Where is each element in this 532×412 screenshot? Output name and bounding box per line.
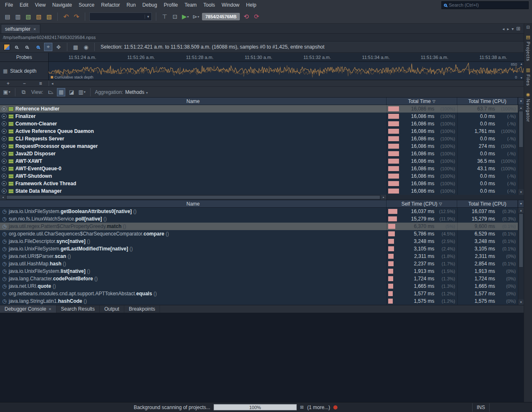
thread-row[interactable]: ▸ Java2D Disposer 16,086 ms (100%) xyxy=(0,150,518,157)
search-input[interactable]: Search (Ctrl+I) xyxy=(441,1,529,9)
scroll-up-icon[interactable]: ▲ xyxy=(518,105,524,110)
expand-icon[interactable]: ▸ xyxy=(2,114,7,119)
expand-icon[interactable]: ▸ xyxy=(2,159,7,164)
thread-row[interactable]: ▸ AWT-XAWT 16,086 ms (100%) xyxy=(0,157,518,165)
timeline-view-icon[interactable]: 📉︎ xyxy=(47,88,55,96)
column-options-icon[interactable]: ▥▾ xyxy=(78,88,86,96)
dock-window-icon[interactable]: ⊟ xyxy=(526,25,530,29)
pan-timeline-icon[interactable]: ✥ xyxy=(54,43,63,51)
thread-row[interactable]: ▸ AWT-EventQueue-0 16,086 ms (100%) xyxy=(0,165,518,172)
new-project-icon[interactable]: ▥ xyxy=(14,12,22,21)
zoom-in-icon[interactable]: + xyxy=(23,43,32,51)
menu-item[interactable]: Edit xyxy=(16,1,32,9)
menu-item[interactable]: Navigate xyxy=(49,1,75,9)
column-header-self-time[interactable]: Self Time (CPU)▽ xyxy=(387,200,457,207)
thread-row[interactable]: ▸ RequestProcessor queue manager 16,086 … xyxy=(0,142,518,150)
scroll-thumb[interactable] xyxy=(519,213,523,267)
sidebar-item[interactable]: ▥ Files xyxy=(526,67,531,86)
probe-row-stack-depth[interactable]: ▦ Stack depth xyxy=(0,62,48,80)
menu-item[interactable]: View xyxy=(32,1,49,9)
method-row[interactable]: ◷ java.io.FileDescriptor.sync[native] ()… xyxy=(0,238,518,245)
zoom-out-icon[interactable]: − xyxy=(13,43,21,51)
menu-item[interactable]: Debug xyxy=(139,1,160,9)
menu-item[interactable]: Tools xyxy=(200,1,218,9)
save-all-icon[interactable]: ▧ xyxy=(34,12,43,21)
menu-item[interactable]: Help xyxy=(243,1,260,9)
tab-selfsampler[interactable]: selfsampler × xyxy=(1,24,40,33)
expand-icon[interactable]: ▸ xyxy=(2,151,7,156)
undo-button[interactable]: ↶ xyxy=(62,12,70,21)
select-interval-icon[interactable]: ⌖ xyxy=(44,43,52,51)
redo-button[interactable]: ↷ xyxy=(72,12,81,21)
column-selector-icon[interactable]: ▾ xyxy=(518,98,524,105)
column-header-total-time[interactable]: Total Time▽ xyxy=(387,98,457,105)
column-selector-icon[interactable]: ▾ xyxy=(518,200,524,208)
configuration-select[interactable]: ▾ xyxy=(89,12,152,21)
gc-icon[interactable]: ⟲ xyxy=(242,12,250,21)
select-view-icon[interactable]: ◪ xyxy=(67,88,76,96)
method-row[interactable]: ◷ sun.nio.fs.LinuxWatchService.poll[nati… xyxy=(0,215,518,223)
export-snapshot-icon[interactable] xyxy=(2,43,11,51)
threads-horizontal-scrollbar[interactable]: ◂ ▸ xyxy=(0,195,524,200)
stack-depth-graph[interactable]: Cumulative stack depth 850 0 ▲ ▼ xyxy=(49,62,524,80)
wall-clock-icon[interactable]: ◉ xyxy=(82,43,90,51)
thread-row[interactable]: ▸ AWT-Shutdown 16,086 ms (100%) xyxy=(0,172,518,180)
hotspots-vertical-scrollbar[interactable]: ▾ ▲ ▼ xyxy=(518,200,524,305)
method-row[interactable]: ◷ java.net.URI.quote () 1,665 ms (1.3%) … xyxy=(0,282,518,290)
expand-icon[interactable]: ▸ xyxy=(2,106,7,111)
menu-item[interactable]: File xyxy=(2,1,16,9)
sidebar-item[interactable]: ◉ Navigator xyxy=(526,92,531,122)
sidebar-item[interactable]: ▤ Projects xyxy=(526,34,531,61)
column-header-name[interactable]: Name xyxy=(0,98,387,105)
threads-vertical-scrollbar[interactable]: ▾ ▲ ▼ xyxy=(518,98,524,195)
expand-icon[interactable]: ▸ xyxy=(2,121,7,126)
scroll-left-icon[interactable]: ◂ xyxy=(0,195,6,200)
profiler-gc-icon[interactable]: ⟳ xyxy=(252,12,261,21)
expand-icon[interactable]: ▸ xyxy=(2,181,7,186)
thread-row[interactable]: ▸ Reference Handler 16,086 ms (100%) xyxy=(0,105,518,113)
cancel-process-icon[interactable]: ⊠ xyxy=(300,405,304,410)
memory-indicator[interactable]: 7854/24576MB xyxy=(202,13,240,20)
add-probe-icon[interactable]: + xyxy=(4,81,12,86)
profiler-status-icon[interactable] xyxy=(333,405,337,410)
new-file-icon[interactable]: ▤ xyxy=(3,12,12,21)
zoom-fit-icon[interactable] xyxy=(34,43,42,51)
expand-icon[interactable]: ▸ xyxy=(2,144,7,149)
tab-scroll-right-icon[interactable]: ▸ xyxy=(507,27,509,31)
tab-scroll-left-icon[interactable]: ◂ xyxy=(502,27,505,31)
thread-row[interactable]: ▸ State Data Manager 16,086 ms (100%) xyxy=(0,187,518,195)
column-header-total-time-cpu[interactable]: Total Time (CPU) xyxy=(457,98,518,105)
method-row[interactable]: ◷ java.io.UnixFileSystem.list[native] ()… xyxy=(0,267,518,275)
scroll-thumb[interactable] xyxy=(519,111,523,147)
aggregation-select[interactable]: Methods ▾ xyxy=(125,89,148,95)
maximize-window-icon[interactable]: ⊞ xyxy=(516,26,520,32)
method-row[interactable]: ◷ java.util.regex.Pattern$CharPropertyGr… xyxy=(0,223,518,230)
expand-icon[interactable]: ▸ xyxy=(2,136,7,141)
thread-row[interactable]: ▸ Framework Active Thread 16,086 ms (100… xyxy=(0,180,518,187)
tab-list-icon[interactable]: ▾ xyxy=(512,27,514,31)
method-row[interactable]: ◷ org.netbeans.modules.cnd.apt.support.A… xyxy=(0,290,518,297)
export-results-icon[interactable]: ⧉ xyxy=(20,88,28,96)
menu-item[interactable]: Profile xyxy=(160,1,181,9)
thread-row[interactable]: ▸ CLI Requests Server 16,086 ms (100%) xyxy=(0,135,518,142)
bottom-tab[interactable]: Output xyxy=(100,305,124,313)
close-icon[interactable]: × xyxy=(49,307,51,311)
menu-item[interactable]: Refactor xyxy=(98,1,123,9)
bottom-tab[interactable]: Debugger Console × xyxy=(0,305,57,313)
scroll-down-icon[interactable]: ▼ xyxy=(518,299,524,305)
expand-icon[interactable]: ▸ xyxy=(2,166,7,171)
table-view-icon[interactable]: ▦ xyxy=(57,88,65,96)
menu-item[interactable]: Run xyxy=(123,1,139,9)
menu-item[interactable]: Window xyxy=(218,1,243,9)
scroll-right-icon[interactable]: ▸ xyxy=(381,195,387,200)
scroll-down-icon[interactable]: ▼ xyxy=(518,189,524,195)
probe-options-icon[interactable]: ≡ xyxy=(37,81,45,86)
scroll-up-icon[interactable]: ▲ xyxy=(518,208,524,213)
profile-project-button[interactable]: ⊳▾ xyxy=(192,12,200,21)
remove-probe-icon[interactable]: − xyxy=(20,81,29,86)
method-row[interactable]: ◷ java.util.HashMap.hash () 2,237 ms (1.… xyxy=(0,260,518,267)
method-row[interactable]: ◷ org.openide.util.CharSequences$CharSeq… xyxy=(0,230,518,238)
thread-row[interactable]: ▸ Common-Cleaner 16,086 ms (100%) xyxy=(0,120,518,128)
bottom-tab[interactable]: Search Results xyxy=(57,305,100,313)
more-processes-link[interactable]: (1 more...) xyxy=(307,405,330,410)
